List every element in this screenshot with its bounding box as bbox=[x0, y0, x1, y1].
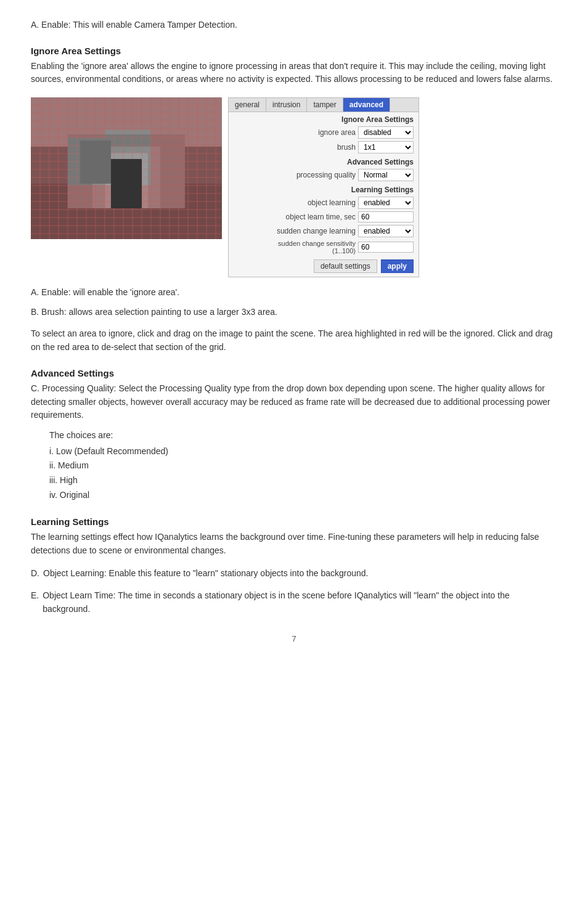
apply-button[interactable]: apply bbox=[381, 259, 414, 273]
intro-line: A. Enable: This will enable Camera Tampe… bbox=[31, 18, 557, 32]
tabs-row: general intrusion tamper advanced bbox=[229, 98, 419, 112]
sudden-change-sensitivity-input[interactable]: 60 bbox=[358, 242, 414, 253]
ignore-area-row: ignore area disabled enabled bbox=[229, 125, 419, 140]
d-note: D. Object Learning: Enable this feature … bbox=[31, 567, 557, 581]
panel-advanced-title: Advanced Settings bbox=[229, 155, 419, 168]
ignore-area-label: ignore area bbox=[318, 128, 356, 137]
panel-footer: default settings apply bbox=[229, 256, 419, 277]
sudden-change-sensitivity-row: sudden change sensitivity (1..100) 60 bbox=[229, 238, 419, 256]
ignore-area-select[interactable]: disabled enabled bbox=[358, 126, 414, 139]
brush-label: brush bbox=[337, 143, 356, 152]
tab-intrusion[interactable]: intrusion bbox=[266, 98, 307, 112]
default-settings-button[interactable]: default settings bbox=[314, 259, 377, 273]
tab-general[interactable]: general bbox=[229, 98, 266, 112]
ignore-area-description: Enabling the 'ignore area' allows the en… bbox=[31, 60, 557, 86]
e-note: E. Object Learn Time: The time in second… bbox=[31, 589, 557, 616]
object-learn-time-row: object learn time, sec 60 bbox=[229, 210, 419, 224]
svg-rect-47 bbox=[151, 97, 222, 239]
advanced-heading: Advanced Settings bbox=[31, 368, 557, 378]
object-learning-label: object learning bbox=[308, 198, 356, 207]
choices-intro: The choices are: bbox=[49, 428, 557, 443]
choice-2: ii. Medium bbox=[49, 459, 557, 473]
camera-preview bbox=[31, 97, 222, 239]
choice-4: iv. Original bbox=[49, 488, 557, 503]
note-b: B. Brush: allows area selection painting… bbox=[31, 306, 557, 319]
processing-quality-label: processing quality bbox=[296, 171, 356, 179]
svg-rect-49 bbox=[111, 159, 142, 208]
object-learn-time-input[interactable]: 60 bbox=[358, 211, 414, 222]
panel-learning-title: Learning Settings bbox=[229, 182, 419, 195]
choices-list: The choices are: i. Low (Default Recomme… bbox=[49, 428, 557, 503]
learning-heading: Learning Settings bbox=[31, 516, 557, 527]
tab-advanced[interactable]: advanced bbox=[343, 98, 390, 112]
brush-select[interactable]: 1x1 3x3 bbox=[358, 141, 414, 153]
choice-3: iii. High bbox=[49, 473, 557, 488]
processing-quality-select[interactable]: Low Normal High Original bbox=[358, 169, 414, 181]
brush-row: brush 1x1 3x3 bbox=[229, 140, 419, 155]
learning-description: The learning settings effect how IQanaly… bbox=[31, 531, 557, 557]
d-letter: D. bbox=[31, 567, 39, 581]
drag-instruction: To select an area to ignore, click and d… bbox=[31, 327, 557, 354]
sudden-change-learning-select[interactable]: enabled disabled bbox=[358, 225, 414, 237]
svg-rect-44 bbox=[31, 97, 68, 239]
choice-1: i. Low (Default Recommended) bbox=[49, 444, 557, 459]
processing-quality-row: processing quality Low Normal High Origi… bbox=[229, 168, 419, 182]
object-learn-time-label: object learn time, sec bbox=[286, 213, 356, 221]
settings-panel: general intrusion tamper advanced Ignore… bbox=[228, 97, 419, 277]
object-learning-row: object learning enabled disabled bbox=[229, 195, 419, 210]
svg-rect-46 bbox=[105, 97, 151, 129]
svg-rect-45 bbox=[68, 97, 105, 137]
e-text: Object Learn Time: The time in seconds a… bbox=[43, 589, 557, 616]
sudden-change-sensitivity-label: sudden change sensitivity (1..100) bbox=[278, 240, 356, 255]
panel-ignore-area-title: Ignore Area Settings bbox=[229, 112, 419, 125]
note-a: A. Enable: will enable the 'ignore area'… bbox=[31, 286, 557, 300]
svg-rect-50 bbox=[80, 141, 111, 184]
sudden-change-learning-label: sudden change learning bbox=[277, 227, 356, 235]
object-learning-select[interactable]: enabled disabled bbox=[358, 197, 414, 209]
advanced-description: C. Processing Quality: Select the Proces… bbox=[31, 382, 557, 422]
tab-tamper[interactable]: tamper bbox=[307, 98, 343, 112]
ignore-area-block: general intrusion tamper advanced Ignore… bbox=[31, 97, 557, 277]
d-text: Object Learning: Enable this feature to … bbox=[43, 567, 368, 581]
e-letter: E. bbox=[31, 589, 39, 616]
page-number: 7 bbox=[31, 634, 557, 643]
sudden-change-learning-row: sudden change learning enabled disabled bbox=[229, 224, 419, 238]
ignore-area-heading: Ignore Area Settings bbox=[31, 46, 557, 56]
